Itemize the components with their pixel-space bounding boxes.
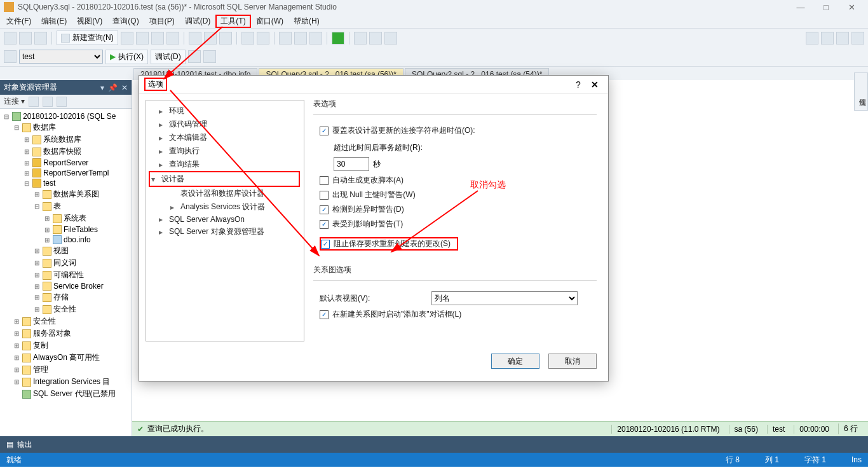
toolbar-icon[interactable] [851,32,864,45]
toolbar-icon[interactable] [121,32,133,45]
tree-node[interactable]: ⊞视图 [0,245,132,257]
cancel-button[interactable]: 取消 [548,354,597,369]
tree-node[interactable]: ⊞ReportServer [0,158,132,168]
toolbar-icon[interactable] [821,32,834,45]
ok-button[interactable]: 确定 [491,354,539,369]
menu-item[interactable]: 查询(Q) [107,15,144,28]
dialog-close-button[interactable]: ✕ [587,79,603,90]
tree-node[interactable]: ⊞FileTables [0,224,132,235]
toolbar-icon[interactable] [43,97,53,107]
options-tree-item[interactable]: ▸文本编辑器 [156,131,300,144]
tree-node[interactable]: ⊞dbo.info [0,235,132,245]
tree-node[interactable]: ⊟数据库 [0,121,132,134]
tree-node[interactable]: ⊟20180120-102016 (SQL Se [0,111,132,121]
menu-item[interactable]: 工具(T) [215,15,250,28]
options-tree-item[interactable]: 表设计器和数据库设计器 [168,187,300,200]
menu-item[interactable]: 文件(F) [1,15,36,28]
new-query-button[interactable]: 新建查询(N) [57,31,118,45]
menu-item[interactable]: 窗口(W) [251,15,288,28]
output-panel-header[interactable]: ▤ 输出 [0,436,868,453]
tree-node[interactable]: ⊟表 [0,200,132,212]
options-tree-item[interactable]: ▸SQL Server 对象资源管理器 [156,225,300,238]
toolbar-icon[interactable] [4,50,17,63]
menu-item[interactable]: 项目(P) [144,15,180,28]
toolbar-icon[interactable] [279,32,292,45]
toolbar-icon[interactable] [309,32,322,45]
timeout-input[interactable] [334,157,369,171]
dialog-help-button[interactable]: ? [570,79,587,90]
toolbar-icon[interactable] [294,32,307,45]
menu-item[interactable]: 帮助(H) [288,15,325,28]
properties-panel-collapsed[interactable]: 属性 [854,72,868,111]
options-tree-item[interactable]: ▸环境 [156,104,300,118]
toolbar-icon[interactable] [34,32,47,45]
tree-node[interactable]: ⊞ReportServerTempl [0,168,132,178]
options-tree-item[interactable]: ▸查询结果 [156,158,300,171]
tree-node[interactable]: ⊞服务器对象 [0,327,132,340]
tree-node[interactable]: ⊞可编程性 [0,269,132,281]
default-view-select[interactable]: 列名 [431,291,578,305]
tree-node[interactable]: ⊞数据库关系图 [0,188,132,200]
toolbar-icon[interactable] [166,32,179,45]
parse-icon[interactable] [203,50,216,63]
tree-node[interactable]: ⊞安全性 [0,303,132,315]
tree-node[interactable]: ⊞Integration Services 目 [0,376,132,388]
refresh-icon[interactable] [57,97,67,107]
menu-item[interactable]: 编辑(E) [36,15,72,28]
undo-icon[interactable] [241,32,254,45]
checkbox-launch-add-table[interactable] [320,310,329,319]
options-tree-item[interactable]: ▸查询执行 [156,144,300,158]
connect-button[interactable]: 连接 ▾ [4,96,25,107]
tree-node[interactable]: ⊞管理 [0,364,132,376]
tree-node[interactable]: SQL Server 代理(已禁用 [0,388,132,400]
tree-node[interactable]: ⊞AlwaysOn 高可用性 [0,352,132,364]
cut-icon[interactable] [189,32,201,45]
tree-node[interactable]: ⊞系统表 [0,212,132,224]
copy-icon[interactable] [204,32,217,45]
close-button[interactable]: ✕ [839,3,864,12]
tree-node[interactable]: ⊞存储 [0,291,132,303]
checkbox-null-warn[interactable] [320,191,329,200]
toolbar-icon[interactable] [836,32,849,45]
toolbar-icon[interactable] [384,32,397,45]
tree-node[interactable]: ⊟test [0,178,132,188]
toolbar-icon[interactable] [806,32,818,45]
toolbar-icon[interactable] [4,32,17,45]
tree-node[interactable]: ⊞同义词 [0,257,132,269]
options-tree-item[interactable]: ▸SQL Server AlwaysOn [156,214,300,225]
checkbox-override-connection[interactable] [320,127,329,135]
redo-icon[interactable] [257,32,269,45]
paste-icon[interactable] [219,32,232,45]
toolbar-icon[interactable] [151,32,164,45]
tree-node[interactable]: ⊞复制 [0,340,132,352]
toolbar-icon[interactable] [136,32,149,45]
tree-node[interactable]: ⊞Service Broker [0,281,132,291]
toolbar-icon[interactable] [354,32,367,45]
explorer-tree[interactable]: ⊟20180120-102016 (SQL Se⊟数据库⊞系统数据库⊞数据库快照… [0,109,132,436]
tree-node[interactable]: ⊞数据库快照 [0,146,132,158]
options-tree-item[interactable]: ▾设计器 [149,171,300,187]
tree-node[interactable]: ⊞安全性 [0,315,132,327]
dropdown-icon[interactable]: ▾ [100,83,104,92]
toolbar-icon[interactable] [369,32,382,45]
checkbox-affect-warn[interactable] [320,220,329,229]
pin-icon[interactable]: 📌 [108,83,118,92]
minimize-button[interactable]: — [788,3,813,12]
options-tree-item[interactable]: ▸源代码管理 [156,118,300,131]
execute-button[interactable]: ▶执行(X) [105,50,148,64]
checkbox-prevent-save[interactable] [321,240,330,249]
toolbar-icon[interactable] [29,97,39,107]
tree-node[interactable]: ⊞系统数据库 [0,134,132,146]
menu-item[interactable]: 视图(V) [72,15,107,28]
options-tree-item[interactable]: ▸Analysis Services 设计器 [168,200,300,214]
run-icon[interactable] [332,32,344,45]
maximize-button[interactable]: □ [813,3,839,12]
close-icon[interactable]: ✕ [121,83,128,92]
debug-button[interactable]: 调试(D) [151,50,186,64]
toolbar-icon[interactable] [19,32,32,45]
options-tree[interactable]: ▸环境▸源代码管理▸文本编辑器▸查询执行▸查询结果▾设计器表设计器和数据库设计器… [146,100,304,341]
database-selector[interactable]: test [19,50,103,64]
checkbox-auto-script[interactable] [320,176,329,185]
checkbox-diff-warn[interactable] [320,205,329,214]
stop-icon[interactable] [188,50,201,63]
